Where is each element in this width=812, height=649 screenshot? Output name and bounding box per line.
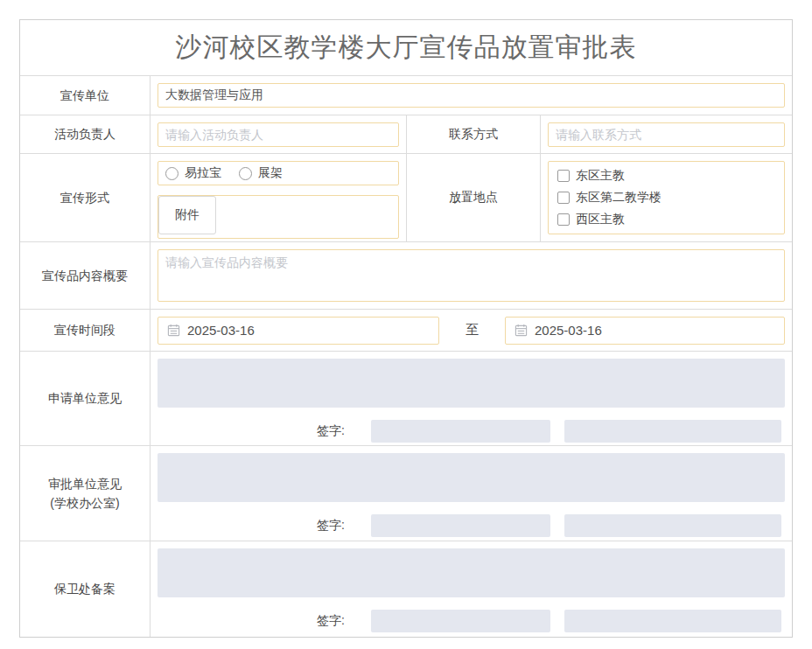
row-form-location: 宣传形式 易拉宝 展架 附件 放置地点 东区主教 [20,153,792,241]
end-date-picker[interactable]: 2025-03-16 [505,317,785,345]
rack-radio[interactable] [239,167,252,180]
row-promo-unit: 宣传单位 [20,75,792,115]
security-sign-date-field-disabled [564,610,781,632]
location-checkbox-group: 东区主教 东区第二教学楼 西区主教 [548,161,785,234]
row-leader-contact: 活动负责人 联系方式 [20,115,792,153]
contact-label: 联系方式 [406,115,540,153]
calendar-icon [167,324,180,337]
promo-form-radio-group: 易拉宝 展架 [158,161,399,185]
banner-radio-label: 易拉宝 [185,165,221,181]
east-second-checkbox[interactable] [557,192,570,204]
checkbox-option-east-second[interactable]: 东区第二教学楼 [557,190,775,206]
contact-input[interactable] [548,122,785,147]
row-security-record: 保卫处备案 签字: [20,541,792,637]
row-approval-opinion: 审批单位意见 (学校办公室) 签字: [20,445,792,541]
start-date-value: 2025-03-16 [187,323,255,338]
checkbox-option-west-main[interactable]: 西区主教 [557,212,775,227]
row-applicant-opinion: 申请单位意见 签字: [20,351,792,445]
period-to-label: 至 [439,322,505,338]
leader-label: 活动负责人 [20,115,150,153]
row-summary: 宣传品内容概要 [20,241,792,309]
approval-form-table: 沙河校区教学楼大厅宣传品放置审批表 宣传单位 活动负责人 联系方式 宣传形式 易… [19,19,793,638]
applicant-sign-field-disabled [371,420,550,443]
promo-form-label: 宣传形式 [20,154,150,241]
calendar-icon [514,324,528,337]
security-sign-label: 签字: [317,613,345,629]
end-date-value: 2025-03-16 [535,323,602,338]
applicant-opinion-label: 申请单位意见 [20,352,150,445]
rack-radio-label: 展架 [258,165,283,181]
east-main-label: 东区主教 [576,168,625,184]
east-main-checkbox[interactable] [557,170,570,182]
applicant-sign-date-field-disabled [564,420,781,443]
west-main-checkbox[interactable] [557,213,570,226]
applicant-opinion-area-disabled [158,359,785,408]
period-label: 宣传时间段 [20,310,150,351]
approval-opinion-label-line2: (学校办公室) [50,496,119,510]
approval-sign-label: 签字: [317,518,345,534]
attachment-upload-area: 附件 [158,195,399,239]
security-sign-field-disabled [371,610,550,632]
page-title: 沙河校区教学楼大厅宣传品放置审批表 [176,30,637,66]
summary-textarea[interactable] [158,249,785,302]
security-record-label: 保卫处备案 [20,541,150,637]
summary-label: 宣传品内容概要 [20,242,150,309]
location-label: 放置地点 [406,154,540,241]
approval-sign-field-disabled [371,514,550,537]
checkbox-option-east-main[interactable]: 东区主教 [557,168,775,184]
attachment-button[interactable]: 附件 [158,196,216,234]
form-title-row: 沙河校区教学楼大厅宣传品放置审批表 [20,20,792,75]
radio-option-banner[interactable]: 易拉宝 [165,165,221,181]
approval-opinion-area-disabled [158,453,785,502]
west-main-label: 西区主教 [576,212,625,227]
promo-unit-label: 宣传单位 [20,76,150,115]
start-date-picker[interactable]: 2025-03-16 [158,317,439,345]
banner-radio[interactable] [165,167,178,180]
radio-option-rack[interactable]: 展架 [239,165,283,181]
security-record-area-disabled [158,548,785,597]
leader-input[interactable] [158,122,399,147]
promo-unit-input[interactable] [158,83,785,108]
approval-opinion-label-line1: 审批单位意见 [48,477,122,491]
applicant-sign-label: 签字: [317,423,345,439]
approval-opinion-label: 审批单位意见 (学校办公室) [20,446,150,541]
approval-sign-date-field-disabled [564,514,781,537]
east-second-label: 东区第二教学楼 [576,190,662,206]
row-period: 宣传时间段 2025-03-16 [20,309,792,351]
